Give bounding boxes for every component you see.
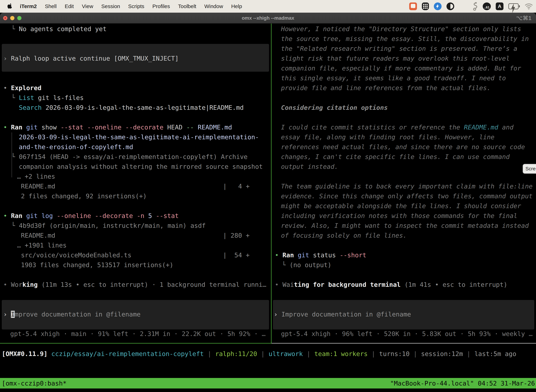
terminal-text-segment: -- — [186, 124, 194, 131]
right-para3-l1: The team guideline is to back every impo… — [281, 182, 532, 191]
terminal-text-segment: Explored — [11, 84, 41, 92]
agents-note: └ No agents completed yet — [11, 24, 107, 34]
bolt-status-icon[interactable] — [434, 2, 442, 10]
terminal-text-segment: gpt-5.4 xhigh · 96% left · 520K in · 5.8… — [281, 330, 532, 337]
terminal-text-segment: and-the-erosion-of-copyleft.md — [19, 143, 133, 150]
terminal-text-segment: the "Related research writing" section i… — [281, 45, 517, 52]
menu-item-help[interactable]: Help — [227, 3, 246, 9]
menu-item-toolbelt[interactable]: Toolbelt — [174, 3, 200, 9]
ran-git-show-arg2: and-the-erosion-of-copyleft.md — [19, 142, 133, 152]
terminal-text-segment: src/voice/voiceModeEnabled.ts | 54 + — [21, 252, 249, 259]
terminal-text-segment: … +2 lines — [17, 173, 55, 180]
pie-status-icon[interactable] — [446, 2, 454, 10]
terminal-text-segment: └ — [11, 94, 19, 101]
terminal-text-segment — [294, 252, 298, 259]
menu-item-window[interactable]: Window — [200, 3, 227, 9]
explored-list: └ List git ls-files — [11, 93, 84, 103]
terminal-text-segment: ralph:11/20 — [215, 350, 257, 357]
terminal-text-segment: › — [3, 311, 11, 318]
terminal-text-segment: companion analysis without altering the … — [19, 163, 263, 170]
terminal-text-segment: git — [26, 124, 38, 131]
left-prompt-input: › Improve documentation in @filename — [3, 309, 140, 319]
terminal-text-segment: git ls-files — [34, 94, 84, 101]
menu-item-session[interactable]: Session — [97, 3, 124, 9]
pane-divider[interactable] — [271, 23, 272, 344]
menu-item-edit[interactable]: Edit — [61, 3, 78, 9]
terminal-text-segment: (11m 13s • esc to interrupt) · 1 backgro… — [38, 281, 266, 288]
git-log-out2: README.md | 280 + — [21, 231, 249, 240]
terminal-text-segment — [22, 212, 26, 219]
menu-item-shell[interactable]: Shell — [41, 3, 61, 9]
menu-item-view[interactable]: View — [78, 3, 97, 9]
git-show-out5: 2 files changed, 92 insertions(+) — [21, 191, 147, 201]
terminal-text-segment: provide file and line references from th… — [281, 84, 491, 92]
omx-status-line: [OMX#0.11.9] cczip/essay/ai-reimplementa… — [2, 349, 516, 359]
terminal-text-segment — [53, 212, 57, 219]
right-model-status: gpt-5.4 xhigh · 96% left · 520K in · 5.8… — [281, 329, 532, 339]
terminal-text-segment: • — [3, 124, 11, 131]
terminal-text-segment: this single essay, it seems like a good … — [281, 75, 506, 82]
terminal-text-segment: The team guideline is to back every impo… — [281, 183, 532, 190]
terminal-text-segment: references need actual files, and since … — [281, 143, 525, 150]
terminal-text-segment: git log — [26, 212, 53, 219]
assistant-a-text: A — [498, 4, 501, 9]
terminal-content[interactable]: [omx-cczip0:bash* "MacBook-Pro-44.local"… — [0, 23, 536, 392]
chat-bubble-tail — [411, 8, 413, 10]
tmux-host-clock: "MacBook-Pro-44.local" 04:52 31-Mar-26 — [390, 380, 536, 387]
right-para3-l5: review. Also, I might want to inspect th… — [281, 221, 529, 231]
terminal-text-segment: last:5m ago — [474, 350, 516, 357]
terminal-text-segment: changes, I can't cite specific file line… — [281, 153, 510, 160]
ralph-banner: › Ralph loop active continue [OMX_TMUX_I… — [3, 54, 179, 63]
right-para1-l7: provide file and line references from th… — [281, 83, 491, 93]
battery-percent-text: ..61 — [484, 5, 490, 9]
terminal-text-segment: 1903 files changed, 513517 insertions(+) — [21, 261, 173, 269]
terminal-text-segment: README.md | 4 + — [21, 183, 249, 190]
macos-menu-bar: iTerm2ShellEditViewSessionScriptsProfile… — [0, 0, 536, 13]
terminal-text-segment: (1m 41s • esc to interrupt) — [401, 281, 507, 288]
menu-item-iterm2[interactable]: iTerm2 — [16, 3, 41, 9]
terminal-text-segment: 5 — [144, 212, 156, 219]
terminal-text-segment: | — [410, 350, 421, 357]
right-para1-l4: slight risk that future readers may over… — [281, 54, 510, 63]
terminal-text-segment: • — [3, 84, 11, 92]
git-log-out5: 1903 files changed, 513517 insertions(+) — [21, 260, 173, 270]
terminal-text-segment: 4b9d30f (origin/main, instructkr/main, m… — [19, 222, 206, 229]
ran-git-show-arg1: 2026-03-09-is-legal-the-same-as-legitima… — [19, 132, 259, 142]
terminal-text-segment: Improve documentation in @filename — [281, 311, 411, 318]
right-para1-l1: However, I noticed the "Directory Struct… — [281, 24, 521, 34]
terminal-text-segment: I — [11, 311, 15, 318]
right-pane-border — [272, 343, 536, 344]
menu-items: iTerm2ShellEditViewSessionScriptsProfile… — [16, 3, 246, 9]
terminal-text-segment: 067f154 (HEAD -> essay/ai-reimplementati… — [19, 153, 247, 160]
dots-grid-icon[interactable] — [459, 2, 468, 10]
working-status: • Working (11m 13s • esc to interrupt) ·… — [3, 280, 266, 289]
chat-app-icon[interactable] — [409, 2, 417, 10]
battery-icon[interactable] — [508, 3, 520, 9]
battery-percent-badge[interactable]: ..61 — [483, 2, 491, 10]
screen-notification-text: Scre — [526, 166, 536, 172]
iterm-window: omx --xhigh --madmax ⌥⌘1 [omx-cczip0:bas… — [0, 13, 536, 392]
terminal-text-segment — [194, 124, 198, 131]
window-title-bar[interactable]: omx --xhigh --madmax ⌥⌘1 — [0, 13, 536, 23]
squiggle-status-icon[interactable] — [473, 2, 478, 10]
terminal-text-segment — [22, 124, 26, 131]
menu-item-profiles[interactable]: Profiles — [148, 3, 174, 9]
apple-menu-icon[interactable] — [7, 3, 13, 10]
assistant-a-badge[interactable]: A — [496, 2, 503, 10]
terminal-text-segment: 2 files changed, 92 insertions(+) — [21, 192, 147, 200]
terminal-text-segment: [OMX#0.11.9] — [2, 350, 48, 357]
keypad-shield-icon[interactable] — [422, 2, 429, 10]
terminal-text-segment: … +1901 lines — [17, 242, 67, 249]
terminal-text-segment: README.md — [198, 124, 232, 131]
terminal-text-segment: Ran — [282, 252, 294, 259]
left-model-status: gpt-5.4 xhigh · main · 91% left · 2.31M … — [10, 329, 266, 339]
terminal-text-segment: 2026-03-09-is-legal-the-same-as-legitima… — [42, 104, 244, 111]
screen-notification-peek[interactable]: Scre — [523, 164, 536, 174]
terminal-text-segment: ting for background terminal — [294, 281, 401, 288]
keypad-grid — [423, 4, 428, 9]
right-para3-l6: of focusing solely on file lines. — [281, 231, 407, 240]
menu-item-scripts[interactable]: Scripts — [124, 3, 148, 9]
terminal-text-segment: output instead. — [281, 163, 338, 170]
terminal-text-segment: ultrawork — [268, 350, 303, 357]
wifi-icon[interactable] — [525, 3, 533, 10]
